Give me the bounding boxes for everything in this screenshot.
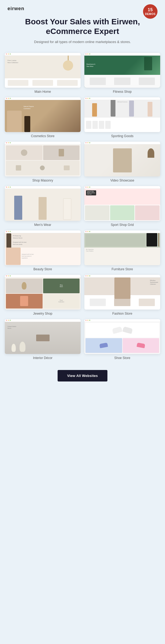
demo-label-shop-masonry: Shop Masonry xyxy=(32,179,53,182)
demo-item-fitness-shop[interactable]: Beachwear &New Wear Fitness Shop xyxy=(84,53,160,94)
demo-label-video-showcase: Video Showcase xyxy=(110,179,134,182)
demo-item-mens-wear[interactable]: Men's Wear xyxy=(5,186,81,227)
demo-item-fashion-store[interactable]: EffortlessSophisticatedCollection Fashio… xyxy=(84,275,160,315)
logo: eirwen xyxy=(8,6,24,11)
demo-label-mens-wear: Men's Wear xyxy=(34,223,51,227)
header: eirwen 15 DEMOS xyxy=(0,0,165,14)
demo-item-sport-shop-grid[interactable]: Special OfferWinter Clothes20% Off Sport… xyxy=(84,186,160,227)
demo-label-furniture-store: Furniture Store xyxy=(111,267,133,271)
view-all-button[interactable]: View All Websites xyxy=(58,370,108,381)
demo-label-main-home: Main Home xyxy=(35,90,51,94)
demo-thumb-sporting-goods: Ultimate Extreme xyxy=(84,97,160,132)
demo-item-furniture-store[interactable]: My SelectionCup Holders Furniture Store xyxy=(84,230,160,271)
demo-thumb-sport-shop-grid: Special OfferWinter Clothes20% Off xyxy=(84,186,160,221)
cta-wrapper: View All Websites xyxy=(0,363,165,387)
demo-thumb-video-showcase xyxy=(84,142,160,176)
demo-thumb-shop-masonry xyxy=(5,142,81,176)
hero-title: Boost Your Sales with Eirwen, eCommerce … xyxy=(11,17,154,36)
demo-label-interior-decor: Interior Décor xyxy=(33,356,52,360)
hero-section: Boost Your Sales with Eirwen, eCommerce … xyxy=(0,14,165,50)
demo-thumb-beauty-store: PH BalancingAdvance SerumDesigned with t… xyxy=(5,230,81,265)
demo-item-beauty-store[interactable]: PH BalancingAdvance SerumDesigned with t… xyxy=(5,230,81,271)
hero-subtitle: Designed for all types of modern online … xyxy=(11,39,154,45)
demo-label-jewelry-shop: Jewelry Shop xyxy=(33,312,52,315)
demo-thumb-fashion-store: EffortlessSophisticatedCollection xyxy=(84,275,160,310)
demo-label-fitness-shop: Fitness Shop xyxy=(113,90,132,94)
demo-thumb-fitness-shop: Beachwear &New Wear xyxy=(84,53,160,88)
page-wrapper: eirwen 15 DEMOS Boost Your Sales with Ei… xyxy=(0,0,165,398)
demo-label-beauty-store: Beauty Store xyxy=(33,267,52,271)
demos-count: 15 xyxy=(148,7,153,12)
demo-thumb-furniture-store: My SelectionCup Holders xyxy=(84,230,160,265)
demo-item-video-showcase[interactable]: Video Showcase xyxy=(84,142,160,182)
demo-label-sport-shop-grid: Sport Shop Grid xyxy=(111,223,134,227)
demo-item-cosmetics-store[interactable]: Natural OrganicCosmetics Cosmetics Store xyxy=(5,97,81,138)
demo-item-sporting-goods[interactable]: Ultimate Extreme Sporting Goods xyxy=(84,97,160,138)
demo-thumb-shoe-store xyxy=(84,319,160,354)
demo-thumb-interior-decor: Unique InteriorDecor... xyxy=(5,319,81,354)
demo-label-cosmetics-store: Cosmetics Store xyxy=(31,134,54,138)
demos-badge: 15 DEMOS xyxy=(143,4,158,19)
demos-grid: Floor LampsNew Collection Main Home xyxy=(0,50,165,363)
demo-label-fashion-store: Fashion Store xyxy=(112,312,132,315)
demo-thumb-mens-wear xyxy=(5,186,81,221)
demo-item-jewelry-shop[interactable]: RingStore PearlCollection Jewelry Shop xyxy=(5,275,81,315)
demo-label-sporting-goods: Sporting Goods xyxy=(111,134,133,138)
demo-item-shoe-store[interactable]: Shoe Store xyxy=(84,319,160,360)
demo-item-main-home[interactable]: Floor LampsNew Collection Main Home xyxy=(5,53,81,94)
demo-label-shoe-store: Shoe Store xyxy=(114,356,130,360)
demo-thumb-cosmetics-store: Natural OrganicCosmetics xyxy=(5,97,81,132)
demo-thumb-jewelry-shop: RingStore PearlCollection xyxy=(5,275,81,310)
demo-item-interior-decor[interactable]: Unique InteriorDecor... Interior Décor xyxy=(5,319,81,360)
demos-label: DEMOS xyxy=(145,13,155,16)
demo-item-shop-masonry[interactable]: Shop Masonry xyxy=(5,142,81,182)
demo-thumb-main-home: Floor LampsNew Collection xyxy=(5,53,81,88)
